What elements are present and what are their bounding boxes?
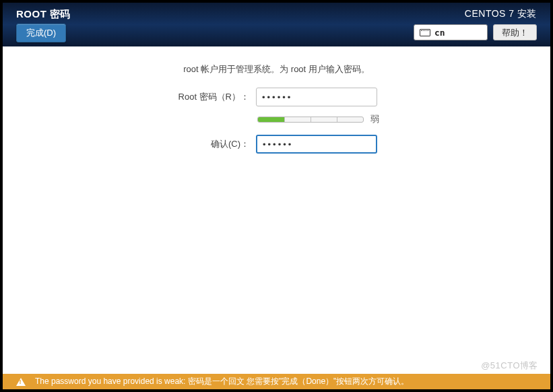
installer-window: ROOT 密码 完成(D) CENTOS 7 安装 cn 帮助！ root 帐户… (0, 0, 553, 392)
strength-row: 弱 (257, 113, 550, 125)
description-text: root 帐户用于管理系统。为 root 用户输入密码。 (3, 63, 550, 75)
warning-bar: The password you have provided is weak: … (3, 374, 550, 389)
strength-fill (258, 117, 284, 122)
password-strength-meter (257, 117, 364, 123)
done-button[interactable]: 完成(D) (16, 24, 66, 42)
installer-title: CENTOS 7 安装 (465, 8, 537, 20)
top-bar-controls: cn 帮助！ (414, 24, 537, 40)
warning-icon (16, 378, 26, 386)
confirm-password-input[interactable] (256, 135, 377, 154)
main-content: root 帐户用于管理系统。为 root 用户输入密码。 Root 密码（R）：… (3, 46, 550, 374)
page-title: ROOT 密码 (16, 8, 71, 21)
warning-message: The password you have provided is weak: … (35, 376, 409, 387)
top-bar-left: ROOT 密码 完成(D) (16, 8, 71, 46)
keyboard-icon (420, 29, 430, 36)
strength-divider (284, 117, 285, 122)
password-label: Root 密码（R）： (163, 91, 249, 103)
help-button[interactable]: 帮助！ (493, 24, 537, 40)
watermark-text: @51CTO博客 (481, 360, 538, 372)
confirm-row: 确认(C)： (163, 135, 550, 154)
strength-divider (337, 117, 337, 122)
top-bar: ROOT 密码 完成(D) CENTOS 7 安装 cn 帮助！ (3, 3, 550, 46)
keyboard-layout-indicator[interactable]: cn (414, 24, 488, 40)
password-row: Root 密码（R）： (163, 88, 550, 106)
strength-divider (311, 117, 311, 122)
confirm-label: 确认(C)： (163, 138, 249, 150)
strength-label: 弱 (370, 113, 379, 125)
keyboard-layout-label: cn (434, 28, 445, 38)
top-bar-right: CENTOS 7 安装 cn 帮助！ (414, 8, 537, 46)
password-input[interactable] (256, 88, 377, 106)
